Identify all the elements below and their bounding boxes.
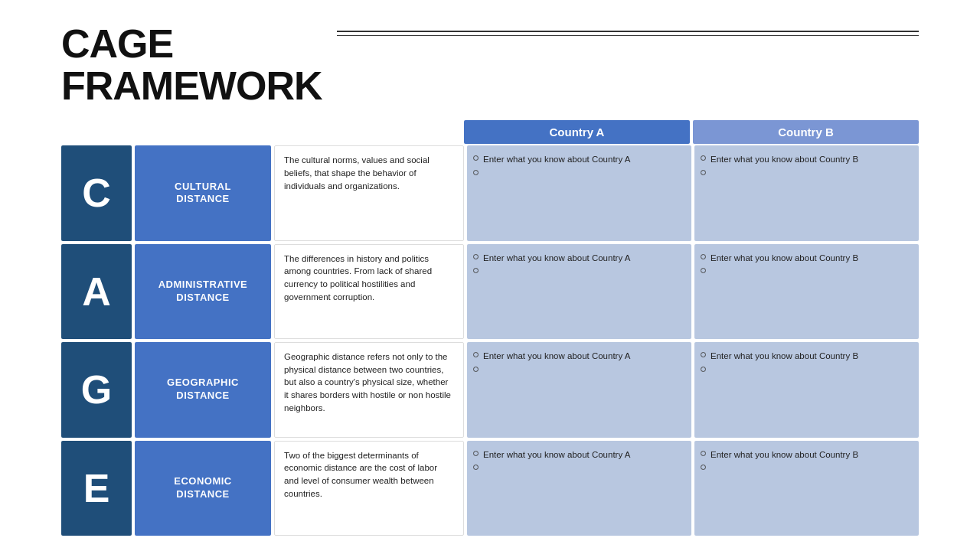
desc-economic-text: Two of the biggest determinants of econo… — [284, 449, 454, 500]
label-administrative: ADMINISTRATIVE DISTANCE — [135, 244, 271, 339]
col-spacer-label — [132, 120, 268, 144]
header-line-bottom — [337, 35, 919, 36]
table-row-e: E ECONOMIC DISTANCE Two of the biggest d… — [61, 441, 919, 536]
label-cultural-text: CULTURAL DISTANCE — [175, 181, 231, 207]
label-administrative-text: ADMINISTRATIVE DISTANCE — [158, 279, 248, 305]
title-line1: CAGE — [61, 21, 173, 66]
header-line-container — [322, 23, 919, 36]
title-line2: FRAMEWORK — [61, 64, 322, 108]
desc-geographic-text: Geographic distance refers not only to t… — [284, 350, 454, 414]
desc-cultural-text: The cultural norms, values and social be… — [284, 154, 454, 192]
bullet-item: Enter what you know about Country B — [701, 448, 910, 461]
country-b-cultural[interactable]: Enter what you know about Country B — [694, 145, 919, 240]
country-b-cultural-text: Enter what you know about Country B — [710, 153, 858, 165]
letter-a: A — [61, 244, 132, 339]
letter-c: C — [61, 145, 132, 240]
header-area: CAGE FRAMEWORK — [61, 23, 919, 106]
country-b-administrative[interactable]: Enter what you know about Country B — [694, 244, 919, 339]
desc-economic: Two of the biggest determinants of econo… — [274, 441, 464, 536]
country-b-geographic-text: Enter what you know about Country B — [710, 350, 858, 362]
label-geographic-text: GEOGRAPHIC DISTANCE — [167, 377, 239, 403]
bullet-dot-icon — [473, 451, 479, 456]
title-block: CAGE FRAMEWORK — [61, 23, 322, 106]
country-b-header: Country B — [693, 120, 919, 144]
bullet-item: Enter what you know about Country B — [701, 153, 910, 165]
country-a-administrative[interactable]: Enter what you know about Country A — [467, 244, 691, 339]
col-spacer-letter — [61, 120, 132, 144]
bullet-dot-icon — [473, 254, 479, 259]
country-a-administrative-text: Enter what you know about Country A — [483, 252, 630, 264]
country-b-economic-text: Enter what you know about Country B — [710, 448, 858, 461]
country-b-administrative-text: Enter what you know about Country B — [710, 252, 858, 264]
desc-geographic: Geographic distance refers not only to t… — [274, 342, 464, 437]
bullet-dot-icon — [701, 254, 706, 259]
country-a-geographic-text: Enter what you know about Country A — [483, 350, 630, 362]
page-title: CAGE FRAMEWORK — [61, 23, 322, 106]
country-b-geographic[interactable]: Enter what you know about Country B — [694, 342, 919, 437]
header-line-top — [337, 31, 919, 32]
bullet-item: Enter what you know about Country A — [473, 448, 682, 461]
country-a-economic[interactable]: Enter what you know about Country A — [467, 441, 691, 536]
bullet-empty — [473, 464, 682, 471]
col-spacer-desc — [271, 120, 461, 144]
desc-administrative-text: The differences in history and politics … — [284, 253, 454, 304]
bullet-dot-icon — [701, 155, 706, 161]
letter-g: G — [61, 342, 132, 437]
bullet-empty — [701, 365, 910, 373]
table-row-c: C CULTURAL DISTANCE The cultural norms, … — [61, 145, 919, 240]
label-economic-text: ECONOMIC DISTANCE — [174, 475, 232, 501]
label-geographic: GEOGRAPHIC DISTANCE — [135, 342, 271, 437]
bullet-dot-empty-icon — [701, 465, 706, 470]
table-container: C CULTURAL DISTANCE The cultural norms, … — [61, 145, 919, 536]
country-a-cultural[interactable]: Enter what you know about Country A — [467, 145, 691, 240]
bullet-item: Enter what you know about Country A — [473, 252, 682, 264]
bullet-dot-empty-icon — [473, 465, 479, 470]
desc-cultural: The cultural norms, values and social be… — [274, 145, 464, 240]
bullet-item: Enter what you know about Country B — [701, 252, 910, 264]
bullet-empty — [473, 365, 682, 373]
country-a-header: Country A — [464, 120, 690, 144]
bullet-empty — [473, 267, 682, 275]
page: CAGE FRAMEWORK Country A Country B C CUL… — [0, 0, 980, 551]
country-a-economic-text: Enter what you know about Country A — [483, 448, 630, 461]
bullet-empty — [701, 267, 910, 275]
bullet-dot-icon — [473, 155, 479, 161]
bullet-empty — [701, 464, 910, 471]
country-a-geographic[interactable]: Enter what you know about Country A — [467, 342, 691, 437]
bullet-dot-empty-icon — [473, 268, 479, 273]
bullet-empty — [701, 168, 910, 176]
bullet-dot-icon — [701, 352, 706, 357]
bullet-dot-empty-icon — [701, 170, 706, 175]
country-labels-row: Country A Country B — [61, 120, 919, 144]
letter-e: E — [61, 441, 132, 536]
table-row-a: A ADMINISTRATIVE DISTANCE The difference… — [61, 244, 919, 339]
bullet-dot-empty-icon — [701, 367, 706, 372]
label-economic: ECONOMIC DISTANCE — [135, 441, 271, 536]
bullet-item: Enter what you know about Country B — [701, 350, 910, 362]
table-row-g: G GEOGRAPHIC DISTANCE Geographic distanc… — [61, 342, 919, 437]
bullet-item: Enter what you know about Country A — [473, 153, 682, 165]
bullet-dot-empty-icon — [473, 367, 479, 372]
bullet-dot-empty-icon — [473, 170, 479, 175]
desc-administrative: The differences in history and politics … — [274, 244, 464, 339]
bullet-dot-icon — [473, 352, 479, 357]
bullet-dot-empty-icon — [701, 268, 706, 273]
country-a-cultural-text: Enter what you know about Country A — [483, 153, 630, 165]
country-b-economic[interactable]: Enter what you know about Country B — [694, 441, 919, 536]
bullet-dot-icon — [701, 451, 706, 456]
bullet-empty — [473, 168, 682, 176]
label-cultural: CULTURAL DISTANCE — [135, 145, 271, 240]
bullet-item: Enter what you know about Country A — [473, 350, 682, 362]
